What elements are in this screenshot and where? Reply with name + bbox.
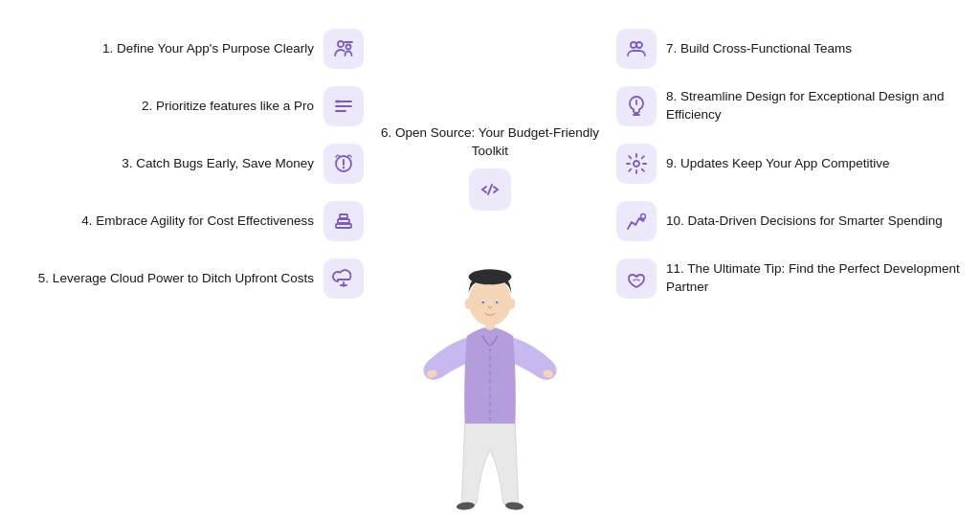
item-5-text: 5. Leverage Cloud Power to Ditch Upfront… xyxy=(38,270,314,288)
svg-rect-10 xyxy=(336,224,351,228)
item-4-icon xyxy=(323,201,364,241)
list-item: 11. The Ultimate Tip: Find the Perfect D… xyxy=(616,258,961,299)
svg-rect-11 xyxy=(338,219,349,223)
item-8-icon xyxy=(616,86,657,126)
item-6-text: 6. Open Source: Your Budget-Friendly Too… xyxy=(375,124,605,161)
svg-line-15 xyxy=(488,185,492,194)
person-illustration xyxy=(409,225,571,515)
list-item: 8. Streamline Design for Exceptional Des… xyxy=(616,86,961,126)
item-10-text: 10. Data-Driven Decisions for Smarter Sp… xyxy=(666,213,943,231)
item-9-icon xyxy=(616,144,657,184)
item-10-icon xyxy=(616,201,657,241)
item-8-text: 8. Streamline Design for Exceptional Des… xyxy=(666,88,961,124)
list-item: 10. Data-Driven Decisions for Smarter Sp… xyxy=(616,201,961,241)
list-item: 4. Embrace Agility for Cost Effectivenes… xyxy=(19,201,364,241)
list-item: 7. Build Cross-Functional Teams xyxy=(616,29,961,69)
item-11-icon xyxy=(616,258,657,299)
item-6-icon xyxy=(469,168,511,211)
item-2-icon xyxy=(323,86,364,126)
item-2-text: 2. Prioritize features like a Pro xyxy=(142,98,314,116)
item-11-text: 11. The Ultimate Tip: Find the Perfect D… xyxy=(666,260,961,297)
right-column: 7. Build Cross-Functional Teams 8. Strea… xyxy=(607,0,980,308)
svg-point-25 xyxy=(496,301,498,302)
svg-point-0 xyxy=(338,41,344,47)
svg-point-21 xyxy=(469,269,512,284)
item-5-icon xyxy=(323,258,364,299)
svg-point-35 xyxy=(641,214,646,219)
svg-point-26 xyxy=(465,298,473,308)
item-9-text: 9. Updates Keep Your App Competitive xyxy=(666,155,889,173)
svg-point-1 xyxy=(346,45,351,50)
list-item: 9. Updates Keep Your App Competitive xyxy=(616,144,961,184)
center-item-6: 6. Open Source: Your Budget-Friendly Too… xyxy=(375,124,605,211)
left-column: 1. Define Your App's Purpose Clearly 2. … xyxy=(0,0,373,308)
list-item: 3. Catch Bugs Early, Save Money xyxy=(19,144,364,184)
svg-point-24 xyxy=(482,301,484,302)
item-3-text: 3. Catch Bugs Early, Save Money xyxy=(122,155,314,173)
item-1-text: 1. Define Your App's Purpose Clearly xyxy=(102,40,314,58)
item-7-icon xyxy=(616,29,657,69)
center-figure: 6. Open Source: Your Budget-Friendly Too… xyxy=(375,0,605,515)
svg-point-30 xyxy=(631,42,636,48)
list-item: 2. Prioritize features like a Pro xyxy=(19,86,364,126)
svg-point-31 xyxy=(636,42,642,48)
item-4-text: 4. Embrace Agility for Cost Effectivenes… xyxy=(81,213,314,231)
svg-rect-6 xyxy=(336,100,340,103)
svg-point-9 xyxy=(343,167,345,168)
svg-point-27 xyxy=(507,298,515,308)
svg-rect-12 xyxy=(340,214,347,218)
list-item: 5. Leverage Cloud Power to Ditch Upfront… xyxy=(19,258,364,299)
svg-point-34 xyxy=(634,161,639,167)
list-item: 1. Define Your App's Purpose Clearly xyxy=(19,29,364,69)
item-7-text: 7. Build Cross-Functional Teams xyxy=(666,40,852,58)
main-container: 1. Define Your App's Purpose Clearly 2. … xyxy=(0,0,980,515)
item-1-icon xyxy=(323,29,364,69)
item-3-icon xyxy=(323,144,364,184)
